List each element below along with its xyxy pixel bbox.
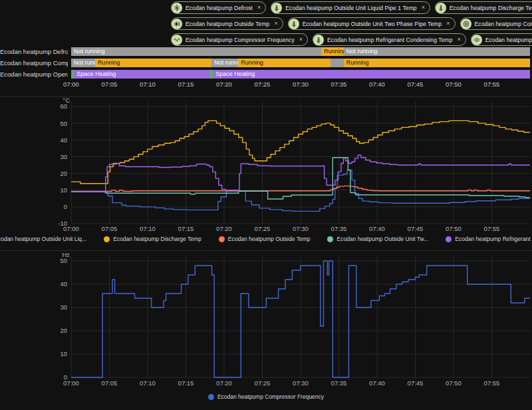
- x-tick-label: 07:50: [446, 379, 462, 387]
- legend-dot-icon: [104, 236, 110, 242]
- x-tick-label: 07:10: [140, 225, 156, 232]
- temp-chart-legend: Ecodan heatpump Outside Unit Liq...Ecoda…: [0, 236, 532, 242]
- freq-chart: Hz5040302010007:0007:0507:1007:1507:2007…: [60, 251, 530, 387]
- x-tick-label: 07:55: [484, 379, 500, 387]
- legend-label: Ecodan heatpump Outside Temp: [228, 236, 311, 242]
- x-tick-label: 07:50: [446, 225, 462, 232]
- freq-chart-plot-area[interactable]: [71, 256, 530, 377]
- x-tick-label: 07:10: [140, 379, 156, 387]
- legend-item-ecodan-heatpump-outside-temp[interactable]: Ecodan heatpump Outside Temp: [219, 236, 311, 242]
- y-tick-label: 40: [60, 280, 67, 288]
- history-charts: °C6050403020100-1007:0007:0507:1007:1507…: [0, 0, 532, 410]
- legend-item-ecodan-heatpump-outside-unit-liq[interactable]: Ecodan heatpump Outside Unit Liq...: [0, 236, 86, 242]
- legend-label: Ecodan heatpump Refrigerant Con...: [455, 236, 532, 242]
- x-tick-label: 07:40: [369, 225, 385, 232]
- history-panel: { "colors": { "page_bg": "#111112", "gri…: [0, 0, 532, 410]
- x-tick-label: 07:30: [293, 379, 309, 387]
- y-tick-label: 20: [60, 327, 67, 334]
- temp-chart-plot-area[interactable]: [71, 102, 530, 224]
- x-tick-label: 07:00: [63, 379, 79, 387]
- legend-item-ecodan-heatpump-discharge-temp[interactable]: Ecodan heatpump Discharge Temp: [104, 236, 201, 242]
- y-tick-label: 50: [60, 257, 67, 264]
- y-tick-label: 10: [60, 186, 67, 194]
- y-tick-label: 30: [60, 304, 67, 311]
- x-tick-label: 07:25: [255, 225, 271, 232]
- legend-item-ecodan-heatpump-refrigerant-con[interactable]: Ecodan heatpump Refrigerant Con...: [446, 236, 532, 242]
- legend-dot-icon: [446, 236, 452, 242]
- x-tick-label: 07:00: [63, 225, 79, 232]
- section-divider-2: [0, 250, 532, 251]
- x-tick-label: 07:15: [178, 379, 194, 387]
- x-tick-label: 07:40: [369, 379, 385, 387]
- x-tick-label: 07:20: [216, 225, 232, 232]
- y-tick-label: 30: [60, 153, 67, 160]
- x-tick-label: 07:45: [408, 225, 424, 232]
- x-tick-label: 07:20: [216, 379, 232, 387]
- x-tick-label: 07:05: [102, 225, 118, 232]
- legend-label: Ecodan heatpump Discharge Temp: [113, 236, 201, 242]
- x-tick-label: 07:05: [102, 379, 118, 387]
- y-tick-label: 40: [60, 136, 67, 144]
- x-tick-label: 07:35: [331, 379, 347, 387]
- x-tick-label: 07:25: [255, 379, 271, 387]
- legend-item-ecodan-heatpump-outside-unit-tw[interactable]: Ecodan heatpump Outside Unit Tw...: [327, 236, 428, 242]
- legend-label: Ecodan heatpump Outside Unit Tw...: [336, 236, 428, 242]
- legend-label: Ecodan heatpump Compressor Frequency: [217, 393, 324, 400]
- x-tick-label: 07:35: [331, 225, 347, 232]
- y-tick-label: 60: [60, 102, 67, 110]
- x-tick-label: 07:15: [178, 225, 194, 232]
- y-tick-label: 10: [60, 350, 67, 357]
- y-tick-label: 20: [60, 170, 67, 177]
- temp-chart: °C6050403020100-1007:0007:0507:1007:1507…: [58, 97, 530, 232]
- legend-item-ecodan-heatpump-compressor-frequency[interactable]: Ecodan heatpump Compressor Frequency: [208, 393, 324, 400]
- freq-chart-legend: Ecodan heatpump Compressor Frequency: [0, 393, 532, 400]
- legend-dot-icon: [327, 236, 333, 242]
- x-tick-label: 07:45: [408, 379, 424, 387]
- y-tick-label: 0: [64, 203, 67, 210]
- x-tick-label: 07:55: [484, 225, 500, 232]
- x-tick-label: 07:30: [293, 225, 309, 232]
- legend-dot-icon: [208, 394, 214, 400]
- legend-label: Ecodan heatpump Outside Unit Liq...: [0, 236, 86, 242]
- legend-dot-icon: [219, 236, 225, 242]
- y-tick-label: 50: [60, 120, 67, 127]
